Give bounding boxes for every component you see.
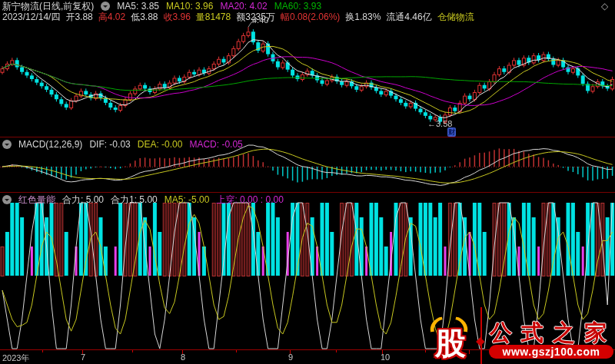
axis-month-8: 8 — [181, 352, 185, 362]
heli-value: 合力: 5.00 — [62, 194, 104, 205]
watermark-diamond-icon: ◆ — [476, 334, 485, 348]
quote-industry[interactable]: 仓储物流 — [437, 12, 474, 22]
quote-float-shares: 流通4.46亿 — [386, 12, 431, 22]
watermark-logo-char: 股 — [435, 323, 466, 364]
quote-turnover: 换1.83% — [345, 12, 381, 22]
ma60-legend: MA60: 3.93 — [274, 1, 321, 12]
watermark-bull-logo: 股 — [430, 316, 467, 362]
ma20-legend: MA20: 4.02 — [220, 1, 267, 12]
quote-open: 开3.88 — [65, 12, 92, 22]
watermark-url[interactable]: www.gszj100.com — [489, 345, 613, 359]
macd-dif-value: DIF: -0.03 — [89, 139, 130, 150]
heli1-value: 合力1: 5.00 — [111, 194, 158, 205]
watermark-brand: 公式之家 — [490, 318, 615, 349]
quote-high: 高4.02 — [98, 12, 125, 22]
axis-month-7: 7 — [81, 352, 85, 362]
macd-macd-value: MACD: -0.05 — [189, 139, 242, 150]
axis-month-9: 9 — [288, 352, 293, 362]
heli-ma5-value: MA5: -5.00 — [165, 194, 210, 205]
news-badge[interactable]: 财 — [447, 127, 456, 137]
title-dropdown-icon[interactable] — [101, 2, 110, 11]
macd-panel-header: MACD(12,26,9) DIF: -0.03 DEA: -0.00 MACD… — [2, 139, 243, 150]
ma5-legend: MA5: 3.85 — [117, 1, 159, 12]
high-price-annotation: 4.40 — [252, 15, 268, 25]
quote-change: 幅0.08(2.06%) — [281, 12, 340, 22]
ma10-legend: MA10: 3.96 — [166, 1, 213, 12]
heli-panel-header: 红色量能 合力: 5.00 合力1: 5.00 MA5: -5.00 上穿: 0… — [2, 194, 284, 205]
heli-cross-value: 上穿: 0.00 : 0.00 — [216, 194, 283, 205]
quote-date: 2023/12/14/四 — [2, 12, 60, 22]
diamond-icon[interactable]: ◇ — [601, 1, 608, 12]
quote-close: 收3.96 — [163, 12, 190, 22]
stock-app-window: 新宁物流(日线,前复权) MA5: 3.85 MA10: 3.96 MA20: … — [0, 0, 615, 364]
quote-volume: 量81478 — [196, 12, 231, 22]
macd-indicator-name[interactable]: MACD(12,26,9) — [18, 139, 82, 150]
title-bar: 新宁物流(日线,前复权) MA5: 3.85 MA10: 3.96 MA20: … — [2, 1, 321, 12]
axis-year-label: 2023年 — [2, 352, 29, 364]
quote-info-bar: 2023/12/14/四 开3.88 高4.02 低3.88 收3.96 量81… — [2, 12, 474, 22]
stock-title: 新宁物流(日线,前复权) — [2, 1, 94, 12]
macd-dea-value: DEA: -0.00 — [138, 139, 183, 150]
macd-collapse-icon[interactable] — [2, 140, 12, 149]
quote-low: 低3.88 — [131, 12, 158, 22]
heli-indicator-name[interactable]: 红色量能 — [18, 194, 55, 205]
chart-canvas[interactable] — [0, 0, 615, 364]
axis-month-10: 10 — [381, 352, 390, 362]
heli-collapse-icon[interactable] — [2, 195, 12, 204]
